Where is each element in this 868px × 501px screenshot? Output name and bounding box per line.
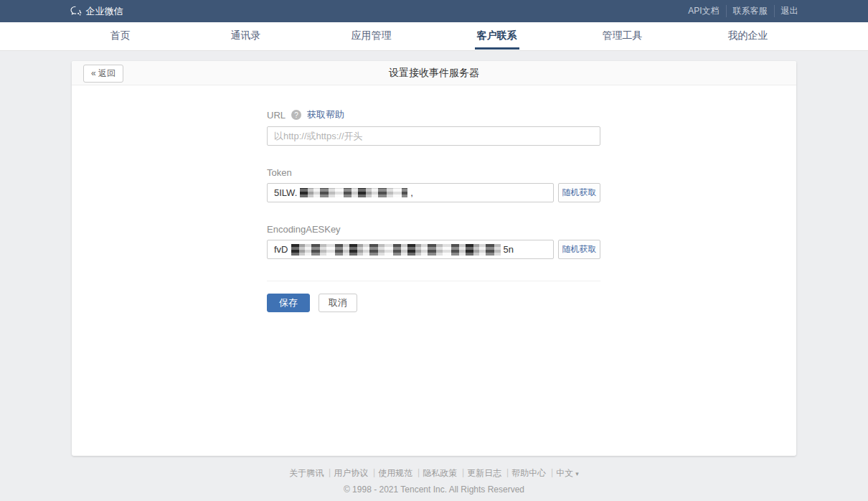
- tab-admin-tools[interactable]: 管理工具: [560, 22, 685, 51]
- url-input[interactable]: [267, 126, 600, 146]
- aeskey-input[interactable]: fvD 5n: [267, 240, 554, 259]
- token-field-group: Token 5ILW. , 随机获取: [267, 167, 600, 202]
- token-value-suffix: ,: [410, 187, 413, 198]
- footer-link-about-tencent[interactable]: 关于腾讯: [284, 467, 329, 479]
- language-selector[interactable]: 中文▾: [551, 467, 584, 479]
- aeskey-random-button[interactable]: 随机获取: [558, 240, 600, 259]
- token-redacted-value: [300, 188, 407, 197]
- footer-link-usage-rules[interactable]: 使用规范: [373, 467, 418, 479]
- contact-support-link[interactable]: 联系客服: [727, 5, 775, 17]
- wework-brand[interactable]: 企业微信: [70, 5, 123, 18]
- footer-link-privacy-policy[interactable]: 隐私政策: [418, 467, 462, 479]
- tab-customer-contact[interactable]: 客户联系: [434, 22, 560, 51]
- help-icon[interactable]: ?: [291, 110, 301, 120]
- api-doc-link[interactable]: API文档: [681, 5, 726, 17]
- aeskey-label: EncodingAESKey: [267, 224, 341, 235]
- aeskey-value-prefix: fvD: [274, 244, 288, 255]
- footer-link-user-agreement[interactable]: 用户协议: [329, 467, 373, 479]
- aeskey-field-group: EncodingAESKey fvD 5n 随机获取: [267, 224, 600, 259]
- form-divider: [267, 281, 600, 281]
- tab-home[interactable]: 首页: [57, 22, 183, 51]
- footer: 关于腾讯 用户协议 使用规范 隐私政策 更新日志 帮助中心 中文▾ © 1998…: [0, 467, 868, 495]
- url-label: URL: [267, 110, 286, 121]
- get-help-link[interactable]: 获取帮助: [307, 108, 344, 121]
- tab-app-management[interactable]: 应用管理: [308, 22, 434, 51]
- logout-link[interactable]: 退出: [775, 5, 798, 17]
- main-nav: 首页 通讯录 应用管理 客户联系 管理工具 我的企业: [0, 22, 868, 51]
- tab-contacts[interactable]: 通讯录: [183, 22, 308, 51]
- copyright-text: © 1998 - 2021 Tencent Inc. All Rights Re…: [0, 484, 868, 495]
- topbar: 企业微信 API文档 联系客服 退出: [0, 0, 868, 22]
- tab-my-company[interactable]: 我的企业: [685, 22, 811, 51]
- brand-label: 企业微信: [86, 5, 123, 18]
- card-header: « 返回 设置接收事件服务器: [72, 61, 796, 85]
- back-button[interactable]: « 返回: [83, 65, 123, 83]
- wework-logo-icon: [70, 6, 82, 17]
- aeskey-redacted-value: [291, 244, 501, 256]
- footer-link-help-center[interactable]: 帮助中心: [506, 467, 551, 479]
- token-random-button[interactable]: 随机获取: [558, 183, 600, 202]
- cancel-button[interactable]: 取消: [319, 294, 357, 312]
- url-field-group: URL ? 获取帮助: [267, 108, 600, 146]
- page-title: 设置接收事件服务器: [389, 67, 479, 80]
- settings-card: « 返回 设置接收事件服务器 URL ? 获取帮助 Token: [72, 61, 796, 456]
- token-input[interactable]: 5ILW. ,: [267, 183, 554, 202]
- token-label: Token: [267, 167, 292, 178]
- save-button[interactable]: 保存: [267, 294, 310, 312]
- token-value-prefix: 5ILW.: [274, 187, 297, 198]
- footer-link-changelog[interactable]: 更新日志: [462, 467, 506, 479]
- caret-down-icon: ▾: [575, 470, 579, 477]
- aeskey-value-suffix: 5n: [504, 244, 514, 255]
